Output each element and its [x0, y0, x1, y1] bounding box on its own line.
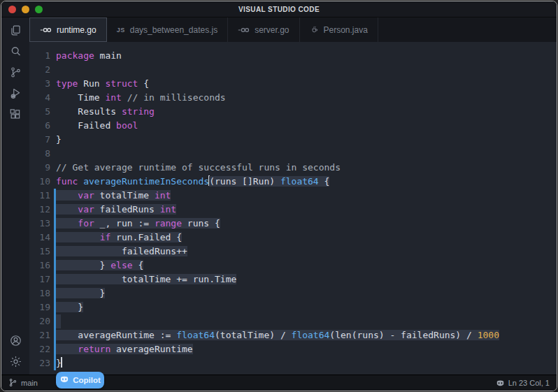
tab-server.go[interactable]: server.go	[228, 17, 299, 42]
line-content: }	[56, 300, 83, 314]
tab-Person.java[interactable]: Person.java	[300, 17, 378, 42]
code-line[interactable]: 7}	[29, 133, 557, 147]
tab-label: server.go	[255, 25, 289, 35]
main-area: runtime.goJSdays_between_dates.jsserver.…	[1, 17, 557, 375]
traffic-lights	[1, 6, 43, 13]
code-line[interactable]: 10func averageRuntimeInSeconds(runs []Ru…	[29, 175, 557, 189]
line-number: 6	[29, 119, 50, 133]
code-line[interactable]: 17 totalTime += run.Time	[29, 273, 557, 286]
tab-bar: runtime.goJSdays_between_dates.jsserver.…	[29, 17, 557, 42]
cursor-position: Ln 23 Col, 1	[508, 379, 550, 387]
line-number: 13	[29, 217, 50, 231]
extensions-icon[interactable]	[1, 103, 29, 124]
line-content: }	[56, 356, 62, 370]
line-content: return averageRuntime	[56, 342, 193, 356]
code-line[interactable]: 20	[29, 314, 557, 328]
code-line[interactable]: 12 var failedRuns int	[29, 203, 557, 217]
tab-days_between_dates.js[interactable]: JSdays_between_dates.js	[107, 17, 228, 42]
run-debug-icon[interactable]	[1, 82, 29, 103]
line-content: func averageRuntimeInSeconds(runs []Run)…	[56, 175, 329, 189]
line-number: 9	[29, 161, 50, 175]
selection-gutter-bar	[54, 189, 56, 370]
code-line[interactable]: 15 failedRuns++	[29, 245, 557, 259]
line-content: // Get average runtime of successful run…	[56, 161, 341, 175]
line-number: 1	[29, 49, 50, 63]
source-control-icon[interactable]	[1, 61, 29, 82]
code-editor[interactable]: 1package main23type Run struct {4 Time i…	[29, 42, 557, 375]
branch-indicator[interactable]: main	[8, 378, 38, 389]
code-line[interactable]: 5 Results string	[29, 105, 557, 119]
line-number: 20	[29, 314, 50, 328]
activity-bar	[1, 17, 29, 375]
line-number: 4	[29, 91, 50, 105]
tab-label: Person.java	[324, 25, 368, 35]
close-button[interactable]	[8, 6, 16, 13]
line-content: package main	[56, 49, 122, 63]
explorer-icon[interactable]	[1, 20, 29, 41]
line-content: Results string	[56, 105, 155, 119]
copilot-button-label: Copilot	[73, 376, 101, 384]
line-number: 15	[29, 245, 50, 259]
window-title: Visual Studio Code	[1, 6, 557, 13]
line-content: } else {	[56, 259, 143, 273]
line-content: }	[56, 133, 62, 147]
code-line[interactable]: 6 Failed bool	[29, 119, 557, 133]
line-number: 23	[29, 356, 50, 370]
copilot-status-icon[interactable]	[496, 379, 505, 388]
line-content: var totalTime int	[56, 189, 171, 203]
git-branch-icon	[8, 378, 17, 389]
tab-label: days_between_dates.js	[130, 25, 217, 35]
branch-name: main	[21, 379, 38, 387]
code-line[interactable]: 9// Get average runtime of successful ru…	[29, 161, 557, 175]
code-line[interactable]: 19 }	[29, 300, 557, 314]
line-content: type Run struct {	[56, 77, 149, 91]
account-icon[interactable]	[1, 330, 29, 351]
code-line[interactable]: 1package main	[29, 49, 557, 63]
search-icon[interactable]	[1, 41, 29, 61]
text-cursor	[61, 357, 62, 368]
tab-label: runtime.go	[57, 25, 96, 35]
line-content: averageRuntime := float64(totalTime) / f…	[56, 328, 499, 342]
code-line[interactable]: 8	[29, 147, 557, 161]
code-line[interactable]: 21 averageRuntime := float64(totalTime) …	[29, 328, 557, 342]
js-file-icon: JS	[117, 27, 125, 34]
line-number: 22	[29, 342, 50, 356]
line-number: 19	[29, 300, 50, 314]
go-file-icon	[238, 26, 250, 34]
code-line[interactable]: 14 if run.Failed {	[29, 231, 557, 245]
line-number: 2	[29, 63, 50, 77]
line-number: 16	[29, 259, 50, 273]
java-file-icon	[310, 24, 319, 36]
line-number: 5	[29, 105, 50, 119]
tab-runtime.go[interactable]: runtime.go	[29, 17, 107, 42]
zoom-button[interactable]	[35, 6, 43, 13]
copilot-button[interactable]: Copilot	[56, 372, 104, 389]
code-line[interactable]: 18 }	[29, 286, 557, 300]
minimize-button[interactable]	[22, 6, 29, 13]
line-content: Failed bool	[56, 119, 138, 133]
code-line[interactable]: 23}	[29, 356, 557, 370]
code-line[interactable]: 16 } else {	[29, 259, 557, 273]
line-number: 7	[29, 133, 50, 147]
line-number: 14	[29, 231, 50, 245]
go-file-icon	[40, 26, 52, 34]
line-content: for _, run := range runs {	[56, 217, 220, 231]
cursor-position-indicator[interactable]: Ln 23 Col, 1	[496, 379, 550, 388]
selection-stub	[56, 314, 61, 328]
status-bar-left: main	[8, 378, 38, 389]
code-line[interactable]: 4 Time int // in milliseconds	[29, 91, 557, 105]
settings-icon[interactable]	[1, 351, 29, 372]
code-line[interactable]: 22 return averageRuntime	[29, 342, 557, 356]
code-lines: 1package main23type Run struct {4 Time i…	[29, 49, 557, 370]
line-content: }	[56, 286, 105, 300]
line-number: 11	[29, 189, 50, 203]
code-line[interactable]: 13 for _, run := range runs {	[29, 217, 557, 231]
code-line[interactable]: 11 var totalTime int	[29, 189, 557, 203]
vscode-window: Visual Studio Code runtime.goJSdays_betw…	[1, 1, 557, 391]
line-content: if run.Failed {	[56, 231, 182, 245]
code-line[interactable]: 2	[29, 63, 557, 77]
line-content	[56, 314, 61, 328]
line-number: 3	[29, 77, 50, 91]
line-content: totalTime += run.Time	[56, 273, 236, 286]
code-line[interactable]: 3type Run struct {	[29, 77, 557, 91]
